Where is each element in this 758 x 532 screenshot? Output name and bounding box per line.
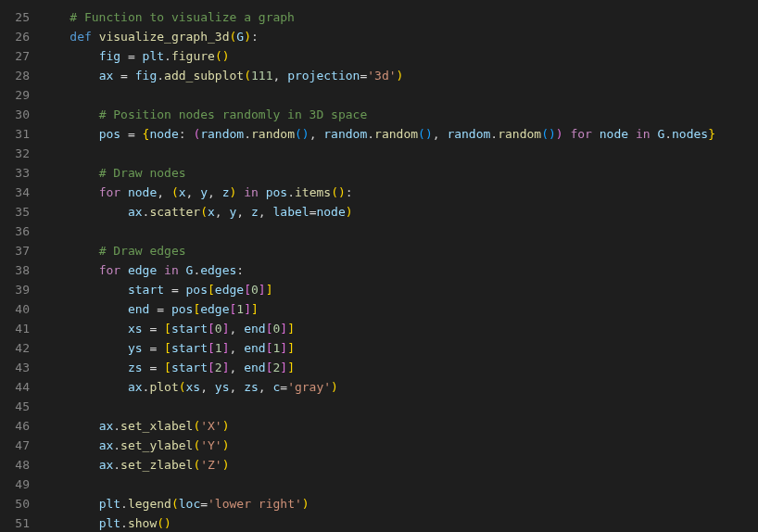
token: = [120,124,142,144]
token: , [259,377,273,397]
line-number: 46 [0,416,30,436]
line-number: 38 [0,260,30,280]
token: ] [222,358,230,377]
code-line[interactable]: plt.legend(loc='lower right') [41,494,758,513]
code-editor[interactable]: 2526272829303132333435363738394041424344… [0,0,758,532]
token: plt [99,494,120,513]
code-line[interactable]: for node, (x, y, z) in pos.items(): [41,183,758,202]
code-line[interactable] [41,397,758,416]
indent [41,260,99,280]
indent [41,85,99,105]
token: [ [266,358,273,377]
code-line[interactable] [41,222,758,241]
token: loc [179,494,200,513]
token: = [200,494,208,513]
code-line[interactable]: xs = [start[0], end[0]] [41,319,758,338]
token: 1 [215,338,222,358]
code-line[interactable]: start = pos[edge[0]] [41,280,758,299]
code-line[interactable]: ax.scatter(x, y, z, label=node) [41,202,758,222]
token: label [272,202,309,222]
token: G [186,260,194,280]
token: ] [280,358,287,377]
code-line[interactable]: ax.set_zlabel('Z') [41,455,758,475]
token: = [360,66,367,85]
code-line[interactable]: def visualize_graph_3d(G): [41,27,758,46]
code-line[interactable] [41,85,758,105]
token: for [99,183,128,202]
line-number: 44 [0,377,30,397]
line-number: 30 [0,105,30,124]
token: () [295,124,310,144]
token: end [244,319,265,338]
code-line[interactable]: fig = plt.figure() [41,46,758,66]
code-line[interactable] [41,475,758,494]
line-number: 51 [0,513,30,532]
token: . [664,124,672,144]
token: 0 [251,280,259,299]
token: 2 [272,358,280,377]
token: , [236,202,251,222]
code-line[interactable]: end = pos[edge[1]] [41,299,758,319]
token: node [600,124,628,144]
token: 2 [215,358,222,377]
line-number: 32 [0,144,30,163]
token: edge [215,280,244,299]
code-line[interactable]: ys = [start[1], end[1]] [41,338,758,358]
code-line[interactable]: for edge in G.edges: [41,260,758,280]
code-line[interactable]: ax.set_ylabel('Y') [41,436,758,455]
code-line[interactable]: pos = {node: (random.random(), random.ra… [41,124,758,144]
token: , [230,319,245,338]
token: ] [259,280,266,299]
token: 'Z' [200,455,221,475]
token: ) [222,455,230,475]
code-line[interactable]: plt.show() [41,513,758,532]
token: random [323,124,367,144]
token: ( [200,202,208,222]
code-line[interactable]: # Function to visualize a graph [41,7,758,27]
code-line[interactable]: # Draw edges [41,241,758,260]
code-line[interactable] [41,144,758,163]
token: figure [171,46,215,66]
token: . [287,183,295,202]
indent [41,124,99,144]
code-line[interactable]: # Position nodes randomly in 3D space [41,105,758,124]
token: xs [128,319,143,338]
token: zs [128,358,143,377]
token: ) [244,27,251,46]
token: ) [397,66,404,85]
line-number: 37 [0,241,30,260]
line-number: 36 [0,222,30,241]
indent [41,416,99,436]
code-line[interactable]: ax = fig.add_subplot(111, projection='3d… [41,66,758,85]
code-line[interactable]: ax.plot(xs, ys, zs, c='gray') [41,377,758,397]
token: ) [331,377,338,397]
indent [41,377,128,397]
token: # Function to visualize a graph [69,7,295,27]
token: () [418,124,433,144]
code-area[interactable]: # Function to visualize a graph def visu… [41,0,758,532]
token: ] [280,338,287,358]
line-number: 28 [0,66,30,85]
token: pos [171,299,193,319]
token: ( [193,455,200,475]
line-number: 45 [0,397,30,416]
indent [41,319,128,338]
token: = [120,46,142,66]
code-line[interactable]: # Draw nodes [41,163,758,183]
token: ] [266,280,273,299]
code-line[interactable]: ax.set_xlabel('X') [41,416,758,436]
code-line[interactable]: zs = [start[2], end[2]] [41,358,758,377]
token: [ [230,299,237,319]
token: start [128,280,164,299]
token: ax [99,416,114,436]
token: , [230,358,245,377]
token: set_ylabel [120,436,193,455]
indent [41,358,128,377]
token: random [374,124,418,144]
token: . [157,66,164,85]
token: . [244,124,251,144]
token: 1 [272,338,280,358]
token: , [208,183,222,202]
token: end [244,358,265,377]
token: random [447,124,490,144]
